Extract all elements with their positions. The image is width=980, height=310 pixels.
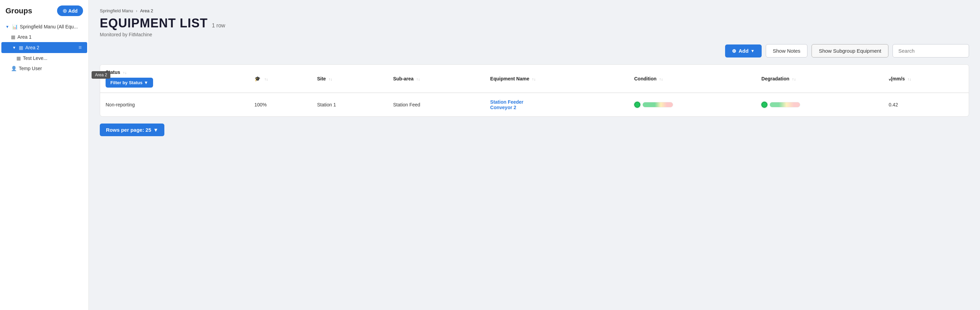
sidebar-item-label: Springfield Manu (All Equ... (20, 24, 83, 29)
sidebar-item-label: Area 2 (25, 45, 76, 50)
breadcrumb-separator: › (136, 8, 137, 13)
cell-site-pct: 100% (249, 93, 312, 116)
dropdown-arrow-icon: ▼ (153, 127, 159, 133)
equipment-table: Status ↑↓ Filter by Status ▼ 🎓 ↑↓ Site (100, 65, 969, 116)
chevron-down-icon: ▼ (12, 45, 16, 50)
breadcrumb: Springfield Manu › Area 2 (100, 8, 969, 13)
cell-subarea: Station Feed (388, 93, 485, 116)
sort-icon: ↑↓ (329, 77, 332, 81)
sort-icon: ↑↓ (416, 77, 420, 81)
col-header-condition[interactable]: Condition ↑↓ (629, 65, 756, 93)
degradation-indicator-dot (761, 102, 767, 108)
page-subtitle: Monitored by FitMachine (100, 32, 969, 37)
sidebar-item-label: Temp User (19, 66, 83, 71)
user-icon: 👤 (11, 66, 17, 71)
col-header-degradation[interactable]: Degradation ↑↓ (756, 65, 883, 93)
show-subgroup-button[interactable]: Show Subgroup Equipment (811, 44, 888, 58)
add-group-button[interactable]: ⊕ Add (57, 5, 83, 16)
sort-icon: ↑↓ (659, 77, 663, 81)
breadcrumb-parent[interactable]: Springfield Manu (100, 8, 133, 13)
sort-icon: ↑↓ (792, 77, 796, 81)
breadcrumb-current: Area 2 (140, 8, 153, 13)
sidebar-item-label: Area 1 (18, 34, 83, 40)
chevron-down-icon: ▼ (5, 25, 9, 29)
menu-icon[interactable]: ≡ (79, 45, 82, 51)
col-header-site-pct[interactable]: 🎓 ↑↓ (249, 65, 312, 93)
grid-icon: ▦ (11, 34, 15, 40)
col-header-equipment-name[interactable]: Equipment Name ↑↓ (485, 65, 629, 93)
table-row: Non-reporting 100% Station 1 Station Fee… (100, 93, 969, 116)
col-header-site[interactable]: Site ↑↓ (312, 65, 388, 93)
condition-bar-visual (643, 102, 673, 107)
grid-icon: ▦ (19, 45, 23, 50)
filter-by-status-button[interactable]: Filter by Status ▼ (106, 78, 153, 88)
page-title: EQUIPMENT LIST (100, 16, 208, 30)
sidebar-header: Groups ⊕ Add (0, 5, 89, 22)
sidebar-item-testlevel[interactable]: ▦ Test Leve... (0, 53, 89, 63)
sidebar-item-springfield[interactable]: ▼ 📊 Springfield Manu (All Equ... (0, 22, 89, 32)
row-count: 1 row (212, 22, 225, 29)
cell-degradation (756, 93, 883, 116)
show-notes-button[interactable]: Show Notes (766, 44, 808, 58)
condition-bar (634, 102, 750, 108)
cell-status: Non-reporting (100, 93, 249, 116)
sort-icon: ↑↓ (264, 77, 268, 81)
cell-site: Station 1 (312, 93, 388, 116)
toolbar: ⊕ Add ▼ Show Notes Show Subgroup Equipme… (100, 44, 969, 58)
sidebar-item-label: Test Leve... (23, 56, 83, 61)
cell-equipment-name: Station Feeder Conveyor 2 (485, 93, 629, 116)
table-header-row: Status ↑↓ Filter by Status ▼ 🎓 ↑↓ Site (100, 65, 969, 93)
degradation-bar-visual (770, 102, 800, 107)
box-icon: 🎓 (255, 76, 260, 81)
equipment-name-link-line2[interactable]: Conveyor 2 (490, 105, 516, 110)
sidebar-item-tempuser[interactable]: 👤 Temp User (0, 63, 89, 74)
sort-icon: ↑↓ (908, 77, 911, 81)
condition-indicator-dot (634, 102, 640, 108)
cell-velocity: 0.42 (883, 93, 969, 116)
cell-condition (629, 93, 756, 116)
add-equipment-button[interactable]: ⊕ Add ▼ (725, 45, 761, 58)
main-content: Springfield Manu › Area 2 EQUIPMENT LIST… (89, 0, 980, 310)
sidebar-item-area2[interactable]: ▼ ▦ Area 2 ≡ (2, 42, 87, 53)
equipment-table-container: Status ↑↓ Filter by Status ▼ 🎓 ↑↓ Site (100, 64, 969, 117)
rows-per-page-button[interactable]: Rows per page: 25 ▼ (100, 123, 164, 136)
plus-icon: ⊕ (732, 48, 737, 54)
col-header-subarea[interactable]: Sub-area ↑↓ (388, 65, 485, 93)
sidebar-item-area1[interactable]: ▦ Area 1 (0, 32, 89, 42)
dropdown-arrow-icon: ▼ (144, 80, 148, 85)
dropdown-arrow-icon: ▼ (751, 49, 755, 53)
sidebar: Groups ⊕ Add ▼ 📊 Springfield Manu (All E… (0, 0, 89, 310)
col-header-velocity[interactable]: ᵥ(mm/s ↑↓ (883, 65, 969, 93)
plus-icon: ⊕ (62, 8, 67, 14)
degradation-bar (761, 102, 878, 108)
equipment-name-link-line1[interactable]: Station Feeder (490, 99, 523, 105)
page-title-row: EQUIPMENT LIST 1 row (100, 16, 969, 30)
col-header-status[interactable]: Status ↑↓ Filter by Status ▼ (100, 65, 249, 93)
search-input[interactable] (892, 44, 969, 58)
sort-icon: ↑↓ (123, 70, 127, 75)
sidebar-title: Groups (5, 6, 32, 15)
sort-icon: ↑↓ (532, 77, 536, 81)
grid-icon: ▦ (16, 56, 21, 61)
chart-icon: 📊 (12, 24, 18, 29)
